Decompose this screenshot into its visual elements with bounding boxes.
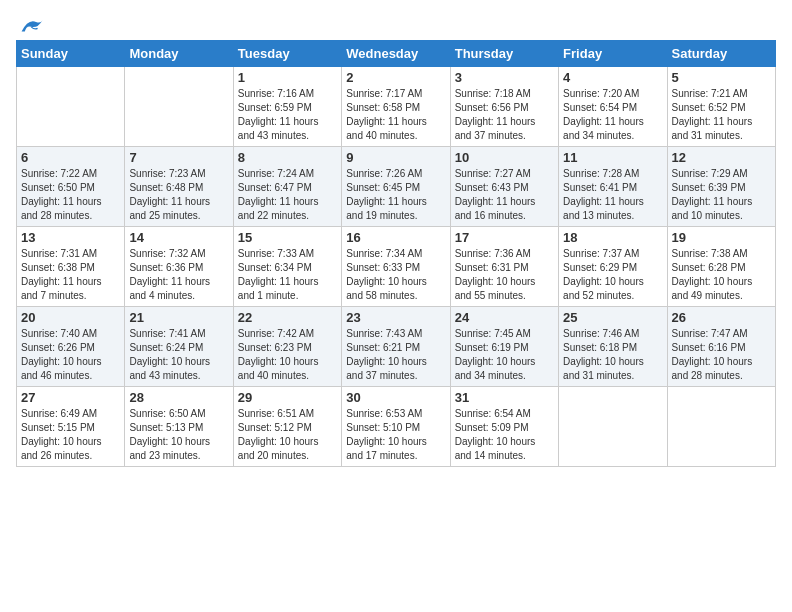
day-info: Sunrise: 7:47 AM Sunset: 6:16 PM Dayligh… — [672, 327, 771, 383]
calendar-cell: 8Sunrise: 7:24 AM Sunset: 6:47 PM Daylig… — [233, 147, 341, 227]
calendar-header-thursday: Thursday — [450, 41, 558, 67]
calendar-week-row: 1Sunrise: 7:16 AM Sunset: 6:59 PM Daylig… — [17, 67, 776, 147]
day-number: 13 — [21, 230, 120, 245]
day-info: Sunrise: 7:45 AM Sunset: 6:19 PM Dayligh… — [455, 327, 554, 383]
calendar-cell: 2Sunrise: 7:17 AM Sunset: 6:58 PM Daylig… — [342, 67, 450, 147]
day-info: Sunrise: 7:16 AM Sunset: 6:59 PM Dayligh… — [238, 87, 337, 143]
calendar-cell: 4Sunrise: 7:20 AM Sunset: 6:54 PM Daylig… — [559, 67, 667, 147]
calendar-cell: 3Sunrise: 7:18 AM Sunset: 6:56 PM Daylig… — [450, 67, 558, 147]
day-number: 22 — [238, 310, 337, 325]
calendar-table: SundayMondayTuesdayWednesdayThursdayFrid… — [16, 40, 776, 467]
day-number: 4 — [563, 70, 662, 85]
day-info: Sunrise: 7:42 AM Sunset: 6:23 PM Dayligh… — [238, 327, 337, 383]
day-number: 17 — [455, 230, 554, 245]
calendar-week-row: 13Sunrise: 7:31 AM Sunset: 6:38 PM Dayli… — [17, 227, 776, 307]
day-number: 30 — [346, 390, 445, 405]
calendar-header-saturday: Saturday — [667, 41, 775, 67]
day-number: 26 — [672, 310, 771, 325]
day-info: Sunrise: 7:38 AM Sunset: 6:28 PM Dayligh… — [672, 247, 771, 303]
day-info: Sunrise: 7:27 AM Sunset: 6:43 PM Dayligh… — [455, 167, 554, 223]
day-number: 27 — [21, 390, 120, 405]
logo — [16, 16, 44, 32]
calendar-cell: 12Sunrise: 7:29 AM Sunset: 6:39 PM Dayli… — [667, 147, 775, 227]
day-number: 7 — [129, 150, 228, 165]
day-info: Sunrise: 7:18 AM Sunset: 6:56 PM Dayligh… — [455, 87, 554, 143]
day-info: Sunrise: 6:54 AM Sunset: 5:09 PM Dayligh… — [455, 407, 554, 463]
day-info: Sunrise: 7:17 AM Sunset: 6:58 PM Dayligh… — [346, 87, 445, 143]
calendar-cell: 26Sunrise: 7:47 AM Sunset: 6:16 PM Dayli… — [667, 307, 775, 387]
calendar-cell: 11Sunrise: 7:28 AM Sunset: 6:41 PM Dayli… — [559, 147, 667, 227]
day-number: 24 — [455, 310, 554, 325]
day-number: 28 — [129, 390, 228, 405]
calendar-header-friday: Friday — [559, 41, 667, 67]
calendar-cell: 17Sunrise: 7:36 AM Sunset: 6:31 PM Dayli… — [450, 227, 558, 307]
page-header — [16, 16, 776, 32]
day-info: Sunrise: 7:33 AM Sunset: 6:34 PM Dayligh… — [238, 247, 337, 303]
day-info: Sunrise: 7:32 AM Sunset: 6:36 PM Dayligh… — [129, 247, 228, 303]
day-info: Sunrise: 7:46 AM Sunset: 6:18 PM Dayligh… — [563, 327, 662, 383]
day-info: Sunrise: 7:40 AM Sunset: 6:26 PM Dayligh… — [21, 327, 120, 383]
calendar-header-sunday: Sunday — [17, 41, 125, 67]
calendar-cell: 25Sunrise: 7:46 AM Sunset: 6:18 PM Dayli… — [559, 307, 667, 387]
day-info: Sunrise: 6:50 AM Sunset: 5:13 PM Dayligh… — [129, 407, 228, 463]
day-info: Sunrise: 6:49 AM Sunset: 5:15 PM Dayligh… — [21, 407, 120, 463]
day-number: 6 — [21, 150, 120, 165]
calendar-cell: 28Sunrise: 6:50 AM Sunset: 5:13 PM Dayli… — [125, 387, 233, 467]
calendar-cell: 21Sunrise: 7:41 AM Sunset: 6:24 PM Dayli… — [125, 307, 233, 387]
day-number: 29 — [238, 390, 337, 405]
calendar-cell: 24Sunrise: 7:45 AM Sunset: 6:19 PM Dayli… — [450, 307, 558, 387]
calendar-week-row: 6Sunrise: 7:22 AM Sunset: 6:50 PM Daylig… — [17, 147, 776, 227]
day-info: Sunrise: 7:24 AM Sunset: 6:47 PM Dayligh… — [238, 167, 337, 223]
calendar-header-wednesday: Wednesday — [342, 41, 450, 67]
calendar-cell: 13Sunrise: 7:31 AM Sunset: 6:38 PM Dayli… — [17, 227, 125, 307]
calendar-cell — [125, 67, 233, 147]
day-number: 2 — [346, 70, 445, 85]
day-number: 14 — [129, 230, 228, 245]
calendar-cell: 6Sunrise: 7:22 AM Sunset: 6:50 PM Daylig… — [17, 147, 125, 227]
day-info: Sunrise: 7:26 AM Sunset: 6:45 PM Dayligh… — [346, 167, 445, 223]
logo-bird-icon — [20, 16, 44, 36]
calendar-cell: 16Sunrise: 7:34 AM Sunset: 6:33 PM Dayli… — [342, 227, 450, 307]
calendar-cell: 19Sunrise: 7:38 AM Sunset: 6:28 PM Dayli… — [667, 227, 775, 307]
day-number: 20 — [21, 310, 120, 325]
calendar-cell: 18Sunrise: 7:37 AM Sunset: 6:29 PM Dayli… — [559, 227, 667, 307]
day-number: 31 — [455, 390, 554, 405]
calendar-cell: 9Sunrise: 7:26 AM Sunset: 6:45 PM Daylig… — [342, 147, 450, 227]
day-info: Sunrise: 7:23 AM Sunset: 6:48 PM Dayligh… — [129, 167, 228, 223]
day-number: 5 — [672, 70, 771, 85]
calendar-header-row: SundayMondayTuesdayWednesdayThursdayFrid… — [17, 41, 776, 67]
day-info: Sunrise: 7:36 AM Sunset: 6:31 PM Dayligh… — [455, 247, 554, 303]
day-info: Sunrise: 7:28 AM Sunset: 6:41 PM Dayligh… — [563, 167, 662, 223]
day-number: 15 — [238, 230, 337, 245]
calendar-cell: 15Sunrise: 7:33 AM Sunset: 6:34 PM Dayli… — [233, 227, 341, 307]
day-info: Sunrise: 6:51 AM Sunset: 5:12 PM Dayligh… — [238, 407, 337, 463]
day-info: Sunrise: 7:21 AM Sunset: 6:52 PM Dayligh… — [672, 87, 771, 143]
day-info: Sunrise: 7:20 AM Sunset: 6:54 PM Dayligh… — [563, 87, 662, 143]
calendar-cell: 5Sunrise: 7:21 AM Sunset: 6:52 PM Daylig… — [667, 67, 775, 147]
calendar-cell: 22Sunrise: 7:42 AM Sunset: 6:23 PM Dayli… — [233, 307, 341, 387]
day-number: 10 — [455, 150, 554, 165]
calendar-cell: 14Sunrise: 7:32 AM Sunset: 6:36 PM Dayli… — [125, 227, 233, 307]
day-number: 19 — [672, 230, 771, 245]
calendar-cell: 10Sunrise: 7:27 AM Sunset: 6:43 PM Dayli… — [450, 147, 558, 227]
day-info: Sunrise: 7:37 AM Sunset: 6:29 PM Dayligh… — [563, 247, 662, 303]
day-number: 21 — [129, 310, 228, 325]
day-number: 23 — [346, 310, 445, 325]
calendar-cell: 30Sunrise: 6:53 AM Sunset: 5:10 PM Dayli… — [342, 387, 450, 467]
day-number: 1 — [238, 70, 337, 85]
calendar-cell: 7Sunrise: 7:23 AM Sunset: 6:48 PM Daylig… — [125, 147, 233, 227]
calendar-cell: 20Sunrise: 7:40 AM Sunset: 6:26 PM Dayli… — [17, 307, 125, 387]
calendar-header-tuesday: Tuesday — [233, 41, 341, 67]
calendar-week-row: 27Sunrise: 6:49 AM Sunset: 5:15 PM Dayli… — [17, 387, 776, 467]
day-number: 3 — [455, 70, 554, 85]
day-number: 9 — [346, 150, 445, 165]
calendar-cell — [667, 387, 775, 467]
day-number: 18 — [563, 230, 662, 245]
day-info: Sunrise: 7:31 AM Sunset: 6:38 PM Dayligh… — [21, 247, 120, 303]
day-number: 12 — [672, 150, 771, 165]
day-info: Sunrise: 7:29 AM Sunset: 6:39 PM Dayligh… — [672, 167, 771, 223]
calendar-header-monday: Monday — [125, 41, 233, 67]
day-number: 16 — [346, 230, 445, 245]
day-info: Sunrise: 7:34 AM Sunset: 6:33 PM Dayligh… — [346, 247, 445, 303]
calendar-cell: 31Sunrise: 6:54 AM Sunset: 5:09 PM Dayli… — [450, 387, 558, 467]
